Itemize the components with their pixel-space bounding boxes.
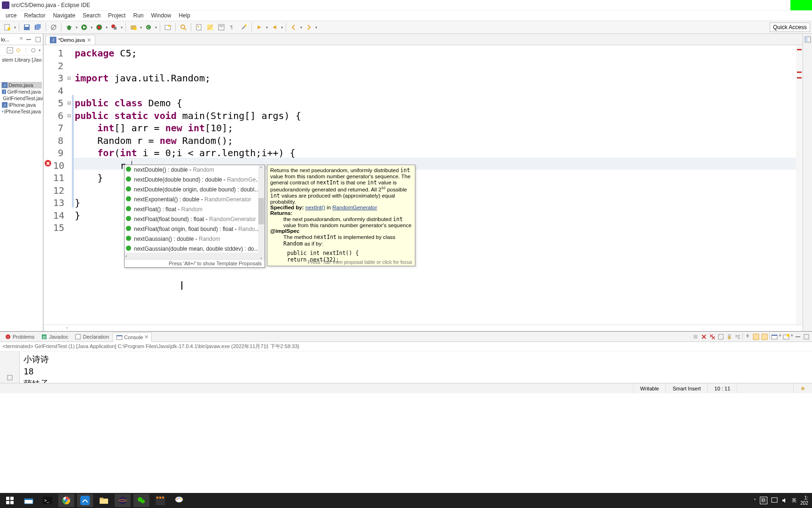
editor-tab-demo[interactable]: J *Demo.java ✕ bbox=[46, 35, 95, 45]
view-tab-label[interactable]: lo... bbox=[1, 37, 9, 42]
tree-file-iphone[interactable]: JIPhone.java bbox=[1, 102, 42, 108]
prev-annotation-button[interactable] bbox=[269, 22, 280, 32]
close-tab-icon[interactable]: ✕ bbox=[87, 37, 91, 43]
tray-time[interactable]: 1: bbox=[804, 495, 808, 500]
tree-file-girlfriendtest[interactable]: JGirlFriendTest.java bbox=[1, 95, 42, 102]
back-dropdown[interactable]: ▾ bbox=[299, 25, 303, 30]
ext-tools-button[interactable] bbox=[109, 22, 119, 32]
prev-ann-dropdown[interactable]: ▾ bbox=[280, 25, 284, 30]
autocomplete-item[interactable]: nextGaussian(double mean, double stddev)… bbox=[125, 244, 265, 253]
autocomplete-item[interactable]: nextFloat(float bound) : float - RandomG… bbox=[125, 214, 265, 224]
debug-dropdown[interactable]: ▾ bbox=[75, 25, 78, 30]
highlight-button[interactable] bbox=[205, 22, 215, 32]
error-marker[interactable]: ✖ bbox=[45, 160, 51, 167]
tab-console[interactable]: Console ✕ bbox=[113, 333, 152, 342]
tree-file-girlfriend[interactable]: JGirlFriend.java bbox=[1, 88, 42, 95]
tab-javadoc[interactable]: @Javadoc bbox=[38, 333, 71, 341]
trim-restore-icon[interactable] bbox=[6, 374, 14, 381]
view-maximize-icon[interactable] bbox=[34, 36, 42, 43]
task-app-blue[interactable] bbox=[77, 494, 93, 507]
tray-ime[interactable]: 英 bbox=[792, 497, 796, 504]
autocomplete-item[interactable]: nextGaussian() : double - Random bbox=[125, 234, 265, 244]
skip-breakpoints-button[interactable] bbox=[48, 22, 59, 32]
console-show-out-icon[interactable] bbox=[761, 333, 768, 341]
tray-brand[interactable]: 联 bbox=[760, 497, 767, 504]
wand-button[interactable] bbox=[239, 22, 249, 32]
new-class-button[interactable]: C bbox=[143, 22, 154, 32]
forward-dropdown[interactable]: ▾ bbox=[314, 25, 318, 30]
task-eclipse[interactable] bbox=[115, 494, 131, 507]
menu-source[interactable]: urce bbox=[2, 11, 20, 20]
task-chrome[interactable] bbox=[58, 494, 74, 507]
start-button[interactable] bbox=[2, 494, 18, 507]
tab-declaration[interactable]: Declaration bbox=[72, 333, 112, 341]
autocomplete-item[interactable]: nextFloat() : float - Random bbox=[125, 205, 265, 214]
menu-run[interactable]: Run bbox=[129, 11, 147, 20]
save-all-button[interactable] bbox=[33, 22, 43, 32]
console-new-icon[interactable] bbox=[782, 333, 790, 341]
task-fileexplorer[interactable] bbox=[96, 494, 112, 507]
coverage-button[interactable] bbox=[94, 22, 104, 32]
save-button[interactable] bbox=[22, 22, 32, 32]
task-terminal[interactable]: >_ bbox=[39, 494, 55, 507]
quick-access[interactable]: Quick Access bbox=[770, 23, 810, 32]
autocomplete-item[interactable]: nextDouble(double bound) : double - Rand… bbox=[125, 175, 265, 185]
run-button[interactable] bbox=[79, 22, 89, 32]
console-open-icon[interactable] bbox=[771, 333, 778, 341]
tree-file-iphonetest[interactable]: JIPhoneTest.java bbox=[1, 108, 42, 115]
console-remove-icon[interactable] bbox=[700, 333, 708, 341]
tab-problems[interactable]: !Problems bbox=[2, 333, 37, 341]
autocomplete-item[interactable]: nextFloat(float origin, float bound) : f… bbox=[125, 224, 265, 234]
javadoc-link-randomgenerator[interactable]: RandomGenerator bbox=[332, 205, 377, 210]
close-console-icon[interactable]: ✕ bbox=[144, 334, 148, 340]
menu-window[interactable]: Window bbox=[147, 11, 175, 20]
toggle-mark-button[interactable] bbox=[194, 22, 204, 32]
tray-network-icon[interactable] bbox=[771, 497, 778, 504]
new-package-button[interactable] bbox=[128, 22, 139, 32]
new-button[interactable] bbox=[2, 22, 13, 32]
next-annotation-button[interactable] bbox=[254, 22, 265, 32]
coverage-dropdown[interactable]: ▾ bbox=[105, 25, 109, 30]
search-button[interactable] bbox=[178, 22, 188, 32]
ext-tools-dropdown[interactable]: ▾ bbox=[120, 25, 124, 30]
jre-library-node[interactable]: stem Library [Java bbox=[1, 56, 42, 63]
menu-navigate[interactable]: Navigate bbox=[49, 11, 79, 20]
new-pkg-dropdown[interactable]: ▾ bbox=[139, 25, 143, 30]
view-menu-dropdown[interactable]: ▾ bbox=[39, 48, 41, 53]
show-whitespace-button[interactable]: ¶ bbox=[227, 22, 238, 32]
hscroll-left[interactable]: ‹ bbox=[66, 325, 68, 331]
console-clear-icon[interactable] bbox=[717, 333, 725, 341]
link-editor-icon[interactable] bbox=[15, 47, 22, 54]
console-scroll-lock-icon[interactable] bbox=[726, 333, 733, 341]
task-app-orange[interactable] bbox=[152, 494, 168, 507]
javadoc-hover[interactable]: Returns the next pseudorandom, uniformly… bbox=[267, 165, 415, 266]
autocomplete-item[interactable]: nextExponential() : double - RandomGener… bbox=[125, 195, 265, 205]
forward-button[interactable] bbox=[304, 22, 314, 32]
menu-project[interactable]: Project bbox=[104, 11, 129, 20]
console-wrap-icon[interactable] bbox=[734, 333, 742, 341]
menu-help[interactable]: Help bbox=[175, 11, 194, 20]
focus-icon[interactable] bbox=[30, 47, 37, 54]
file-tree[interactable]: stem Library [Java JDemo.java JGirlFrien… bbox=[0, 56, 43, 331]
view-max-icon[interactable] bbox=[803, 333, 810, 341]
tray-volume-icon[interactable] bbox=[781, 497, 788, 504]
task-explorer[interactable] bbox=[21, 494, 37, 507]
tray-date[interactable]: 202 bbox=[800, 500, 808, 506]
console-show-err-icon[interactable] bbox=[752, 333, 760, 341]
run-dropdown[interactable]: ▾ bbox=[90, 25, 94, 30]
autocomplete-item[interactable]: nextDouble() : double - Random bbox=[125, 165, 265, 175]
next-ann-dropdown[interactable]: ▾ bbox=[265, 25, 269, 30]
perspective-icon[interactable] bbox=[804, 36, 812, 43]
open-type-button[interactable] bbox=[163, 22, 173, 32]
debug-button[interactable] bbox=[64, 22, 74, 32]
scroll-left-icon[interactable]: ‹ bbox=[125, 254, 127, 259]
tree-file-demo[interactable]: JDemo.java bbox=[1, 82, 42, 88]
autocomplete-item[interactable]: nextDouble(double origin, double bound) … bbox=[125, 185, 265, 195]
view-minimize-icon[interactable] bbox=[25, 36, 32, 43]
content-assist-scrollbar[interactable]: ⌃ ⌄ bbox=[258, 165, 265, 261]
toggle-block-button[interactable] bbox=[216, 22, 226, 32]
new-class-dropdown[interactable]: ▾ bbox=[154, 25, 158, 30]
javadoc-link-nextint[interactable]: nextInt() bbox=[305, 205, 325, 210]
back-button[interactable] bbox=[289, 22, 299, 32]
collapse-all-icon[interactable] bbox=[7, 47, 13, 54]
